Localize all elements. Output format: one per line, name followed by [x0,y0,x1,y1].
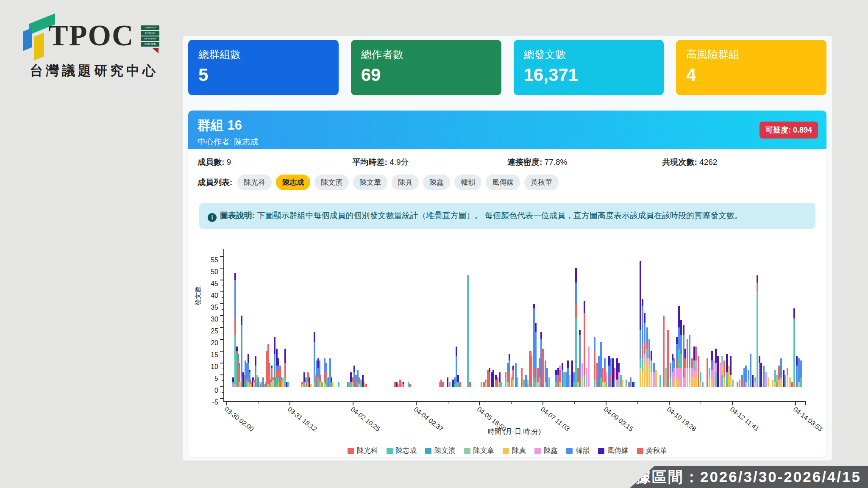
legend-label: 韓韻 [576,446,590,455]
bar-segment [700,382,701,387]
y-axis-tick-label: 10 [211,363,218,371]
member-chip[interactable]: 陳鑫 [423,175,450,190]
bar-segment [730,375,732,387]
plot-area[interactable]: -5051015202530354045505503-30 02:0003-31… [223,249,806,402]
stacked-bar [602,368,604,387]
bar-segment [274,337,275,353]
bar-segment [505,372,506,377]
stat-card-value: 5 [198,65,328,85]
member-chip[interactable]: 陳志成 [276,175,310,190]
bar-segment [687,372,688,387]
stacked-bar [691,358,693,387]
stacked-bar [717,356,719,387]
bar-segment [680,354,682,368]
bar-segment [489,372,490,387]
bar-segment [653,372,655,387]
bar-segment [653,363,655,372]
y-axis-tick [220,339,223,340]
stacked-bar [653,363,655,387]
bar-segment [447,377,448,387]
member-chip[interactable]: 黃秋華 [524,175,559,190]
bar-segment [329,358,331,377]
brand-name: TPOC [48,19,134,53]
bar-segment [642,347,643,358]
stacked-bar [702,382,704,387]
legend-label: 黃秋華 [646,446,668,455]
member-list-label: 成員列表: [198,177,232,188]
stacked-bar [778,366,780,387]
member-chip[interactable]: 陳光科 [237,175,272,190]
stacked-bar [610,358,612,387]
stacked-bar [598,356,600,387]
legend-item[interactable]: 陳文章 [464,446,495,455]
bar-segment [527,380,529,384]
stacked-bar [535,323,537,387]
member-chip[interactable]: 風傳媒 [486,175,520,190]
bar-segment [535,377,537,382]
bar-segment [456,347,457,356]
bar-segment [796,356,798,365]
legend-item[interactable]: 韓韻 [566,446,590,455]
bar-segment [655,370,657,387]
stacked-bar [765,372,767,387]
group-header: 群組 16 中心作者: 陳志成 可疑度: 0.894 [188,111,826,149]
bar-segment [648,368,650,387]
y-axis-tick-label: 45 [211,280,218,288]
posts-histogram-chart[interactable]: 發文數 -5051015202530354045505503-30 02:000… [188,238,826,457]
legend-label: 陳志成 [396,446,417,455]
x-axis-minor-tick [701,402,701,404]
stacked-bar [640,261,641,387]
member-chip[interactable]: 陳真 [392,175,419,190]
legend-item[interactable]: 陳文濱 [425,446,456,455]
brand-badge: TAIWAN PUBLIC OPINION CENTER [141,25,159,50]
bar-segment [581,377,583,387]
bar-segment [673,358,675,368]
bar-segment [730,356,732,375]
bar-segment [569,375,570,387]
y-axis-tick [220,374,223,375]
stacked-bar [689,335,690,387]
bar-segment [678,306,680,327]
stacked-bar [618,363,620,387]
legend-item[interactable]: 陳志成 [387,446,417,455]
stacked-bar [665,368,667,387]
legend-item[interactable]: 陳光科 [348,446,378,455]
member-chip[interactable]: 陳文章 [353,175,387,190]
bar-segment [739,380,740,387]
y-axis-tick-label: 20 [211,339,218,347]
bar-segment [721,356,723,365]
stacked-bar [644,313,645,387]
bar-segment [485,380,487,382]
bar-segment [602,382,604,387]
x-axis-tick [416,402,417,405]
bar-segment [723,360,725,377]
bar-segment [793,320,795,387]
bar-segment [757,275,758,283]
bar-segment [239,363,240,368]
member-chip[interactable]: 韓韻 [454,175,481,190]
bar-segment [698,356,699,387]
bar-segment [776,375,778,382]
bar-segment [535,323,537,332]
legend-item[interactable]: 陳鑫 [534,446,558,455]
bar-segment [715,363,717,372]
legend-item[interactable]: 風傳媒 [598,446,629,455]
legend-item[interactable]: 陳真 [503,446,526,455]
y-axis-tick [220,386,223,387]
bar-segment [711,351,713,360]
bar-segment [248,354,249,363]
bar-segment [778,366,780,380]
bar-segment [678,368,680,380]
suspicion-badge: 可疑度: 0.894 [760,122,818,139]
stacked-bar [287,382,289,387]
bar-segment [741,375,743,380]
bar-segment [659,375,661,387]
stacked-bar [338,382,339,387]
bar-segment [760,363,762,387]
stacked-bar [542,349,544,387]
legend-swatch-icon [503,448,509,454]
member-chip[interactable]: 陳文濱 [314,175,349,190]
legend-item[interactable]: 黃秋華 [637,446,668,455]
bar-segment [780,382,782,387]
bar-segment [626,380,627,387]
